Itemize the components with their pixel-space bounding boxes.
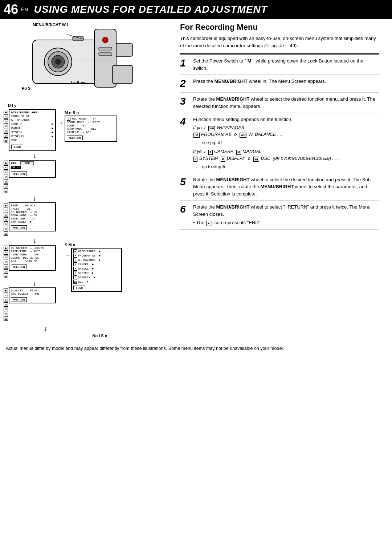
arrow-down-4: ↓ <box>33 279 36 287</box>
d-l-y-label: D l y <box>8 103 16 108</box>
page-number: 46 <box>4 2 18 17</box>
rec-mode-menu-box: G REC MODE — SP SOUND MODE — 12BIT ZOOM … <box>65 116 117 142</box>
step-6-bullet: • The ► icon represents "END". <box>193 219 379 226</box>
step-4-italic2: If yo I A CAMERA M MANUAL S SYSTEM D DIS… <box>193 148 379 162</box>
main-menu-box: WIPE/FADER OFF PROGRAM AE W. BALANCE CAM… <box>9 109 56 151</box>
step-3: 3 Rotate the MENU/BRIGHT wheel to select… <box>180 93 379 113</box>
display-menu-box: ON SCREEN — LCD/TV DATE/TIME — AUTO TIME… <box>9 245 56 271</box>
return-btn-rec: ◄RETURN <box>67 136 83 140</box>
flow-left: ▶ ☀ A M ⚙ D 📷 WIPE/FADER OFF PROGRAM AE … <box>4 109 56 322</box>
intro-text: This camcorder is equipped with an easy-… <box>180 35 379 49</box>
return-btn-3: ◄RETURN <box>11 265 27 269</box>
dis-menu-box: DIS OFF ON LV ◄RETURN <box>9 160 56 178</box>
step-2-number: 2 <box>180 78 193 89</box>
steps-container: 1 Set the Power Switch to " M " while pr… <box>180 53 379 230</box>
return-btn-1: ◄RETURN <box>11 171 27 176</box>
svg-rect-10 <box>99 53 112 56</box>
svg-rect-6 <box>73 36 83 41</box>
bottom-note: Actual menus differ by model and may app… <box>0 342 392 355</box>
step-1-number: 1 <box>180 57 193 72</box>
section-heading: For Recording Menu <box>180 23 379 32</box>
step-3-content: Rotate the MENU/BRIGHT wheel to select t… <box>193 96 379 110</box>
lo-b-on-label: Lo B on <box>71 81 86 85</box>
arrow-down-2: ↓ <box>33 194 36 202</box>
page-lang: EN <box>21 7 28 12</box>
arrow-down-3: ↓ <box>33 237 36 244</box>
menu-flow-diagram: ▶ ☀ A M ⚙ D 📷 WIPE/FADER OFF PROGRAM AE … <box>4 109 171 322</box>
step-6-content: Rotate the MENU/BRIGHT wheel to select "… <box>193 203 379 226</box>
final-menu-box: ▶ WIPE/FADER ► ☀ PROGRAM AE ► ≈ W. BALAN… <box>71 248 122 292</box>
sub-screen-label: S M n <box>65 243 122 247</box>
dsc-menu-box: QUALITY — FINE REC SELECT → ►◉ ◄RETURN <box>9 287 56 303</box>
svg-rect-11 <box>113 65 132 84</box>
step-1: 1 Set the Power Switch to " M " while pr… <box>180 54 379 75</box>
flow-right: M n S n → G REC MODE — SP SOUND MODE — 1… <box>58 109 122 292</box>
page-title: USING MENUS FOR DETAILED ADJUSTMENT <box>34 4 268 15</box>
step-4-italic1: If yo I WF WIPE/FADER PA PROGRAM AE o WB… <box>193 125 379 138</box>
end-btn-final: ►END <box>73 286 85 290</box>
step-2-content: Press the MENU/BRIGHT wheel in. The Menu… <box>193 78 379 89</box>
main-content: MENU/BRIGHT W I <box>0 19 392 342</box>
svg-rect-9 <box>99 47 112 50</box>
step-2: 2 Press the MENU/BRIGHT wheel in. The Me… <box>180 75 379 93</box>
step-3-number: 3 <box>180 96 193 110</box>
step-5: 5 Rotate the MENU/BRIGHT wheel to select… <box>180 173 379 201</box>
step-4-number: 4 <box>180 116 193 170</box>
step-5-content: Rotate the MENU/BRIGHT wheel to select t… <box>193 176 379 198</box>
step-6: 6 Rotate the MENU/BRIGHT wheel to select… <box>180 201 379 230</box>
no-is-n-label: No I S n <box>29 334 171 338</box>
arrow-down-final: ↓ <box>44 325 171 332</box>
svg-point-4 <box>55 59 61 65</box>
step-1-content: Set the Power Switch to " M " while pres… <box>193 57 379 72</box>
step-5-number: 5 <box>180 176 193 198</box>
step-4: 4 Function menu setting depends on the f… <box>180 113 379 173</box>
main-screen-label: M n S n <box>65 110 79 115</box>
system-menu-box: BEEP — MELODY TALLY — ON ID NUMBER — 06 … <box>9 202 56 231</box>
right-column: For Recording Menu This camcorder is equ… <box>174 19 385 342</box>
menu-bright-label: MENU/BRIGHT W I <box>33 23 68 27</box>
end-button: ►END <box>11 145 23 149</box>
arrow-down-1: ↓ <box>33 152 36 159</box>
left-column: MENU/BRIGHT W I <box>0 19 174 342</box>
svg-point-8 <box>102 37 108 43</box>
return-btn-2: ◄RETURN <box>11 225 27 230</box>
camera-svg <box>11 29 156 98</box>
camera-diagram: MENU/BRIGHT W I <box>7 23 167 102</box>
po-s-label: Po S <box>22 86 30 90</box>
step-4-content: Function menu setting depends on the fun… <box>193 116 379 170</box>
return-btn-4: ◄RETURN <box>11 297 27 302</box>
step-6-number: 6 <box>180 203 193 226</box>
page-header: 46 EN USING MENUS FOR DETAILED ADJUSTMEN… <box>0 0 392 19</box>
